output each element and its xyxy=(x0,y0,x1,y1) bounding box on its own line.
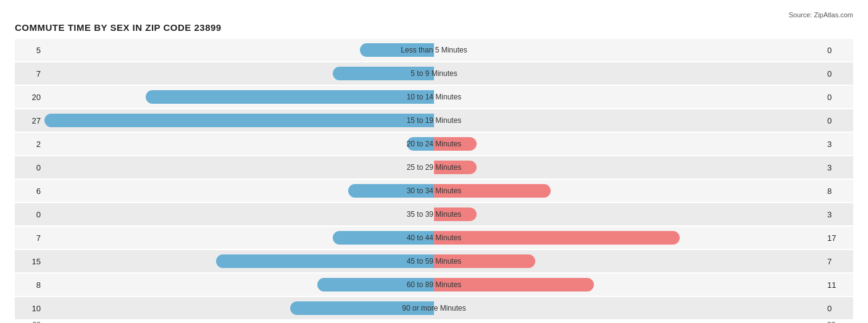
bars-area: 40 to 44 Minutes xyxy=(44,227,824,249)
male-bar xyxy=(348,184,434,198)
male-bar xyxy=(407,137,434,151)
male-bar xyxy=(44,114,434,127)
male-bar-wrap xyxy=(44,254,434,268)
bars-area: 30 to 34 Minutes xyxy=(44,180,824,202)
female-value: 0 xyxy=(824,46,853,55)
chart-row: 7 40 to 44 Minutes 17 xyxy=(15,227,853,249)
female-bar-wrap xyxy=(434,67,824,80)
female-bar-wrap xyxy=(434,208,824,221)
chart-row: 15 45 to 59 Minutes 7 xyxy=(15,250,853,272)
bars-area: 60 to 89 Minutes xyxy=(44,274,824,296)
female-bar-wrap xyxy=(434,90,824,104)
female-value: 0 xyxy=(824,304,853,313)
male-bar-wrap xyxy=(44,137,434,151)
male-bar-wrap xyxy=(44,161,434,174)
male-bar xyxy=(333,231,434,245)
female-bar xyxy=(434,231,680,245)
male-value: 15 xyxy=(15,257,44,266)
bars-area: 5 to 9 Minutes xyxy=(44,62,824,85)
male-value: 7 xyxy=(15,69,44,78)
female-value: 17 xyxy=(824,233,853,243)
chart-row: 6 30 to 34 Minutes 8 xyxy=(15,180,853,202)
male-value: 20 xyxy=(15,93,44,102)
male-value: 27 xyxy=(15,116,44,125)
chart-row: 0 25 to 29 Minutes 3 xyxy=(15,156,853,178)
male-value: 0 xyxy=(15,210,44,219)
female-bar xyxy=(434,184,551,198)
chart-title: COMMUTE TIME BY SEX IN ZIP CODE 23899 xyxy=(15,22,853,33)
bars-area: 10 to 14 Minutes xyxy=(44,86,824,108)
male-bar-wrap xyxy=(44,43,434,57)
female-value: 3 xyxy=(824,163,853,172)
male-value: 10 xyxy=(15,304,44,313)
female-value: 3 xyxy=(824,210,853,219)
female-bar-wrap xyxy=(434,278,824,292)
chart-row: 10 90 or more Minutes 0 xyxy=(15,297,853,319)
female-bar xyxy=(434,161,477,174)
female-value: 0 xyxy=(824,116,853,125)
male-bar-wrap xyxy=(44,208,434,221)
chart-row: 2 20 to 24 Minutes 3 xyxy=(15,133,853,155)
male-bar-wrap xyxy=(44,231,434,245)
chart-container: 5 Less than 5 Minutes 0 7 5 to 9 Minutes xyxy=(15,39,853,319)
male-bar xyxy=(317,278,434,292)
female-bar-wrap xyxy=(434,184,824,198)
female-bar xyxy=(434,208,477,221)
chart-row: 27 15 to 19 Minutes 0 xyxy=(15,109,853,132)
chart-row: 20 10 to 14 Minutes 0 xyxy=(15,86,853,108)
female-value: 8 xyxy=(824,187,853,196)
female-bar xyxy=(434,254,535,268)
female-bar xyxy=(434,278,594,292)
male-bar xyxy=(290,301,434,315)
female-bar-wrap xyxy=(434,43,824,57)
bars-area: 90 or more Minutes xyxy=(44,297,824,319)
source-text: Source: ZipAtlas.com xyxy=(15,11,853,19)
chart-row: 8 60 to 89 Minutes 11 xyxy=(15,274,853,296)
male-value: 6 xyxy=(15,187,44,196)
axis-row: 30 30 xyxy=(15,321,853,323)
axis-right-label: 30 xyxy=(824,321,853,323)
male-bar-wrap xyxy=(44,67,434,80)
male-bar xyxy=(216,254,434,268)
male-value: 5 xyxy=(15,46,44,55)
female-bar-wrap xyxy=(434,301,824,315)
chart-row: 0 35 to 39 Minutes 3 xyxy=(15,203,853,225)
female-bar-wrap xyxy=(434,137,824,151)
male-value: 0 xyxy=(15,163,44,172)
male-bar xyxy=(333,67,434,80)
bars-area: 20 to 24 Minutes xyxy=(44,133,824,155)
chart-row: 5 Less than 5 Minutes 0 xyxy=(15,39,853,61)
female-value: 7 xyxy=(824,257,853,266)
chart-row: 7 5 to 9 Minutes 0 xyxy=(15,62,853,85)
female-value: 0 xyxy=(824,69,853,78)
bars-area: 15 to 19 Minutes xyxy=(44,109,824,132)
bars-area: 45 to 59 Minutes xyxy=(44,250,824,272)
female-value: 0 xyxy=(824,93,853,102)
male-bar-wrap xyxy=(44,184,434,198)
male-bar-wrap xyxy=(44,278,434,292)
bars-area: 35 to 39 Minutes xyxy=(44,203,824,225)
male-value: 2 xyxy=(15,140,44,149)
male-bar-wrap xyxy=(44,301,434,315)
female-bar-wrap xyxy=(434,114,824,127)
male-bar-wrap xyxy=(44,114,434,127)
female-bar-wrap xyxy=(434,161,824,174)
female-bar xyxy=(434,137,477,151)
male-bar xyxy=(360,43,434,57)
male-value: 7 xyxy=(15,233,44,243)
male-value: 8 xyxy=(15,280,44,290)
female-value: 11 xyxy=(824,280,853,290)
bars-area: Less than 5 Minutes xyxy=(44,39,824,61)
axis-left-label: 30 xyxy=(15,321,44,323)
male-bar xyxy=(146,90,434,104)
female-bar-wrap xyxy=(434,254,824,268)
bars-area: 25 to 29 Minutes xyxy=(44,156,824,178)
female-bar-wrap xyxy=(434,231,824,245)
male-bar-wrap xyxy=(44,90,434,104)
female-value: 3 xyxy=(824,140,853,149)
